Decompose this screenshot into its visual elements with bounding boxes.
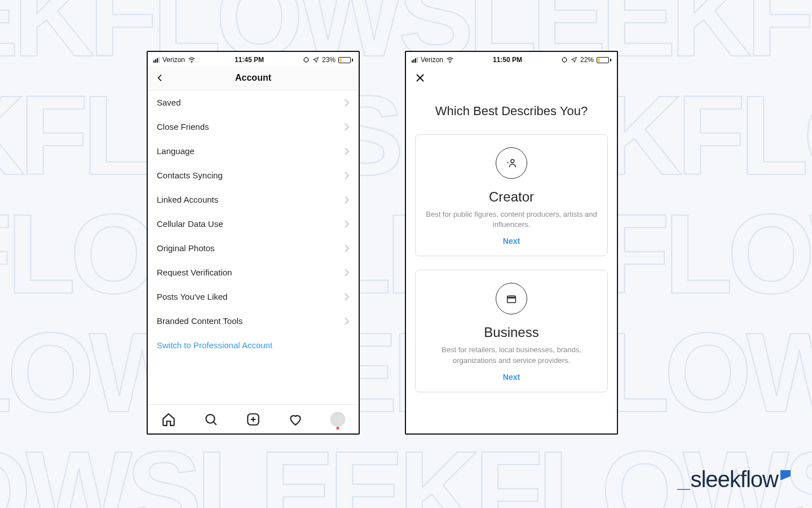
status-bar: Verizon 11:50 PM 22% [406, 52, 617, 65]
settings-item-language[interactable]: Language [148, 139, 359, 163]
tab-add-post[interactable] [246, 412, 261, 427]
status-time: 11:50 PM [493, 56, 522, 64]
settings-item-label: Posts You've Liked [157, 292, 227, 301]
settings-item-label: Original Photos [157, 243, 215, 253]
crosshair-icon [561, 56, 568, 63]
signal-icon [412, 57, 418, 63]
settings-item-label: Branded Content Tools [157, 316, 242, 326]
option-desc: Best for public figures, content produce… [426, 209, 597, 230]
back-icon[interactable] [156, 73, 165, 82]
nav-header: Account [148, 65, 359, 90]
tab-bar [148, 404, 359, 433]
close-icon[interactable] [415, 73, 425, 83]
chevron-right-icon [344, 244, 350, 252]
settings-item-label: Request Verification [157, 268, 232, 277]
option-title: Business [426, 325, 597, 340]
chevron-right-icon [344, 269, 350, 277]
brand-flag-icon [780, 470, 791, 480]
brand-name: sleekflow [690, 467, 778, 492]
svg-point-11 [450, 62, 451, 63]
svg-point-0 [192, 62, 192, 63]
svg-point-6 [206, 414, 215, 423]
creator-icon [496, 147, 527, 179]
chevron-right-icon [344, 123, 350, 131]
page-title: Account [235, 73, 271, 83]
svg-line-7 [214, 422, 217, 424]
settings-list: Saved Close Friends Language Contacts Sy… [148, 90, 359, 404]
location-icon [312, 56, 319, 63]
battery-pct: 23% [322, 56, 336, 64]
settings-item-posts-liked[interactable]: Posts You've Liked [148, 284, 359, 309]
settings-item-original-photos[interactable]: Original Photos [148, 236, 359, 260]
battery-icon [338, 57, 353, 63]
settings-item-branded-content[interactable]: Branded Content Tools [148, 309, 359, 333]
wifi-icon [446, 56, 454, 64]
chevron-right-icon [344, 99, 350, 107]
settings-item-contacts-syncing[interactable]: Contacts Syncing [148, 163, 359, 187]
battery-icon [597, 57, 611, 63]
option-next-button[interactable]: Next [426, 373, 597, 382]
location-icon [571, 56, 577, 63]
close-header [406, 65, 617, 90]
option-card-creator[interactable]: Creator Best for public figures, content… [415, 134, 608, 256]
tab-activity[interactable] [288, 412, 303, 427]
tab-profile[interactable] [330, 412, 345, 427]
settings-item-label: Close Friends [157, 122, 209, 132]
option-next-button[interactable]: Next [426, 237, 597, 246]
phone-account-settings: Verizon 11:45 PM 23% Account Saved [147, 51, 360, 435]
settings-item-cellular-data[interactable]: Cellular Data Use [148, 212, 359, 236]
chevron-right-icon [344, 220, 350, 228]
carrier-label: Verizon [421, 56, 443, 64]
settings-item-label: Cellular Data Use [157, 219, 223, 229]
option-title: Creator [426, 189, 597, 205]
svg-point-1 [304, 58, 308, 62]
status-time: 11:45 PM [235, 56, 264, 64]
chevron-right-icon [344, 196, 350, 204]
svg-point-12 [562, 58, 567, 62]
question-title: Which Best Describes You? [406, 90, 617, 134]
settings-item-label: Saved [157, 98, 181, 107]
tab-home[interactable] [161, 412, 176, 427]
settings-item-label: Linked Accounts [157, 195, 218, 204]
chevron-right-icon [344, 317, 350, 325]
chevron-right-icon [344, 147, 350, 155]
phone-account-type-picker: Verizon 11:50 PM 22% Which Best Describe… [405, 51, 618, 435]
crosshair-icon [303, 56, 310, 63]
svg-point-19 [511, 159, 514, 163]
status-bar: Verizon 11:45 PM 23% [148, 52, 359, 65]
settings-item-request-verification[interactable]: Request Verification [148, 260, 359, 284]
tab-search[interactable] [204, 412, 218, 427]
settings-item-label: Language [157, 146, 195, 156]
wifi-icon [188, 56, 196, 64]
business-icon [496, 283, 527, 314]
signal-icon [153, 57, 160, 63]
chevron-right-icon [344, 172, 350, 179]
option-desc: Best for retailers, local businesses, br… [426, 345, 597, 365]
settings-item-close-friends[interactable]: Close Friends [148, 115, 359, 139]
chevron-right-icon [344, 293, 350, 301]
settings-item-linked-accounts[interactable]: Linked Accounts [148, 187, 359, 212]
carrier-label: Verizon [162, 56, 185, 64]
settings-item-saved[interactable]: Saved [148, 90, 359, 115]
option-card-business[interactable]: Business Best for retailers, local busin… [415, 270, 608, 392]
brand-underscore: _ [677, 467, 689, 492]
settings-item-label: Contacts Syncing [157, 170, 223, 180]
battery-pct: 22% [580, 56, 594, 64]
switch-professional-link[interactable]: Switch to Professional Account [148, 333, 359, 357]
brand-logo: _ sleekflow [677, 467, 791, 492]
